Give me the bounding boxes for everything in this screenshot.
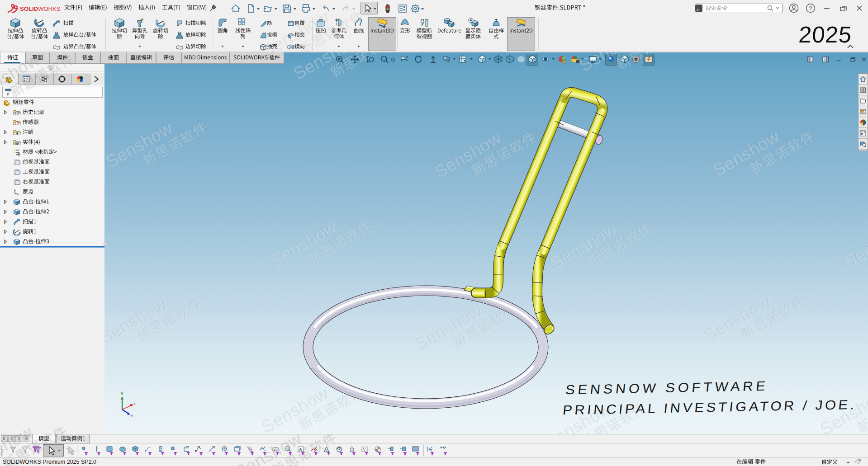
svg-text:x: x [134,402,136,405]
svg-text:A: A [16,131,19,136]
svg-text:Y: Y [121,391,123,396]
svg-text:z: z [131,414,133,418]
svg-text:SOLIDWORKS: SOLIDWORKS [20,5,61,12]
svg-text:?: ? [809,5,812,12]
svg-text:A°: A° [363,448,366,451]
